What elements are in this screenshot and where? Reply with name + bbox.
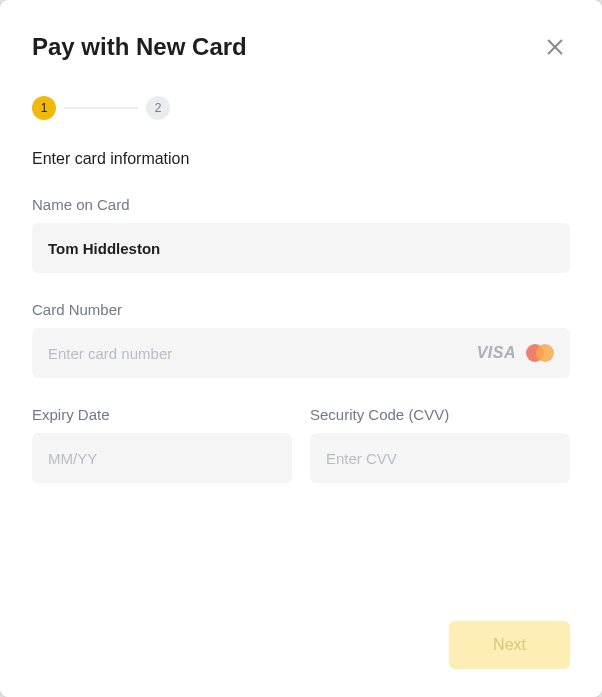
close-icon	[544, 36, 566, 58]
step-2-indicator: 2	[146, 96, 170, 120]
modal-header: Pay with New Card	[32, 32, 570, 62]
modal-title: Pay with New Card	[32, 33, 247, 61]
next-button[interactable]: Next	[449, 621, 570, 669]
cvv-input[interactable]	[310, 433, 570, 483]
progress-stepper: 1 2	[32, 96, 570, 120]
visa-icon: VISA	[477, 344, 516, 362]
expiry-date-input[interactable]	[32, 433, 292, 483]
modal-footer: Next	[32, 621, 570, 669]
name-on-card-group: Name on Card	[32, 196, 570, 273]
cvv-label: Security Code (CVV)	[310, 406, 570, 423]
mastercard-icon	[524, 343, 556, 363]
svg-point-3	[536, 344, 554, 362]
name-on-card-input[interactable]	[32, 223, 570, 273]
cvv-group: Security Code (CVV)	[310, 406, 570, 483]
card-brand-icons: VISA	[477, 343, 556, 363]
card-number-label: Card Number	[32, 301, 570, 318]
expiry-date-group: Expiry Date	[32, 406, 292, 483]
pay-with-new-card-modal: Pay with New Card 1 2 Enter card informa…	[0, 0, 602, 697]
section-heading: Enter card information	[32, 150, 570, 168]
close-button[interactable]	[540, 32, 570, 62]
expiry-date-label: Expiry Date	[32, 406, 292, 423]
step-1-indicator: 1	[32, 96, 56, 120]
card-number-group: Card Number VISA	[32, 301, 570, 378]
name-on-card-label: Name on Card	[32, 196, 570, 213]
step-connector	[64, 107, 138, 109]
